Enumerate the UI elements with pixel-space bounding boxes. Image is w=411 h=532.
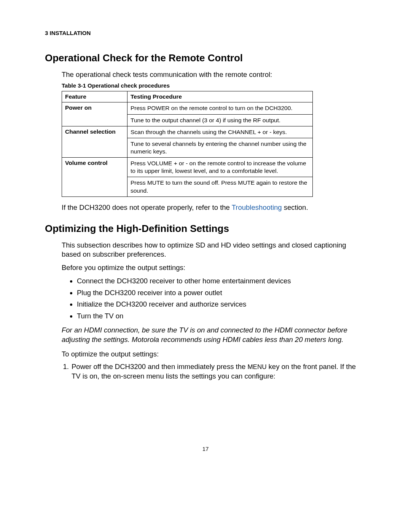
table-row: Power on Press POWER on the remote contr… (62, 102, 313, 114)
text-span: section. (282, 203, 308, 211)
text-span: Power off the DCH3200 and then immediate… (72, 363, 247, 371)
page-number: 17 (0, 446, 411, 452)
before-paragraph: Before you optimize the output settings: (62, 263, 366, 272)
steps-list: Power off the DCH3200 and then immediate… (62, 362, 366, 381)
heading-operational-check: Operational Check for the Remote Control (45, 52, 366, 64)
procedure-cell: Press POWER on the remote control to tur… (127, 102, 313, 114)
table-row: Volume control Press VOLUME + or - on th… (62, 158, 313, 177)
table-header-row: Feature Testing Procedure (62, 91, 313, 102)
text-span: If the DCH3200 does not operate properly… (62, 203, 232, 211)
procedure-cell: Tune to the output channel (3 or 4) if u… (127, 114, 313, 126)
list-item: Connect the DCH3200 receiver to other ho… (77, 275, 366, 287)
intro-paragraph: The operational check tests communicatio… (62, 70, 366, 79)
to-optimize-paragraph: To optimize the output settings: (62, 350, 366, 359)
col-header-procedure: Testing Procedure (127, 91, 313, 102)
procedure-cell: Press VOLUME + or - on the remote contro… (127, 158, 313, 177)
step-item: Power off the DCH3200 and then immediate… (71, 362, 366, 381)
procedure-cell: Tune to several channels by entering the… (127, 138, 313, 157)
procedure-cell: Scan through the channels using the CHAN… (127, 126, 313, 138)
table-caption: Table 3-1 Operational check procedures (62, 82, 366, 89)
col-header-feature: Feature (62, 91, 127, 102)
after-table-paragraph: If the DCH3200 does not operate properly… (62, 203, 366, 212)
procedures-table: Feature Testing Procedure Power on Press… (62, 91, 313, 197)
troubleshooting-link[interactable]: Troubleshooting (232, 203, 282, 211)
list-item: Plug the DCH3200 receiver into a power o… (77, 287, 366, 299)
table-row: Channel selection Scan through the chann… (62, 126, 313, 138)
feature-cell: Power on (62, 102, 127, 126)
procedure-cell: Press MUTE to turn the sound off. Press … (127, 177, 313, 197)
list-item: Initialize the DCH3200 receiver and auth… (77, 299, 366, 310)
intro-paragraph-2: This subsection describes how to optimiz… (62, 241, 366, 259)
bullet-list: Connect the DCH3200 receiver to other ho… (62, 275, 366, 322)
heading-optimizing-hd: Optimizing the High-Definition Settings (45, 223, 366, 235)
feature-cell: Channel selection (62, 126, 127, 157)
hdmi-note: For an HDMI connection, be sure the TV i… (62, 326, 366, 344)
list-item: Turn the TV on (77, 310, 366, 322)
section-label: 3 INSTALLATION (45, 30, 366, 36)
menu-key-text: MENU (247, 363, 266, 371)
feature-cell: Volume control (62, 158, 127, 197)
